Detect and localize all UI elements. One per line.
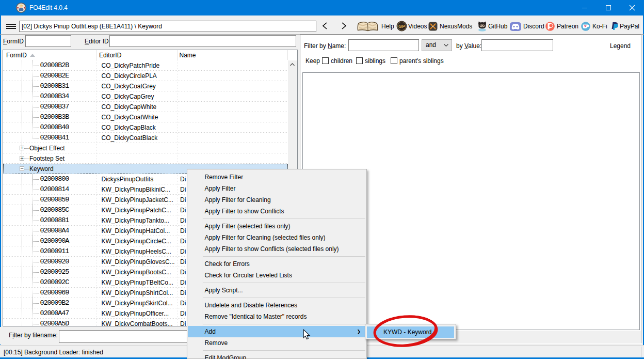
svg-text:GP: GP <box>398 24 405 29</box>
